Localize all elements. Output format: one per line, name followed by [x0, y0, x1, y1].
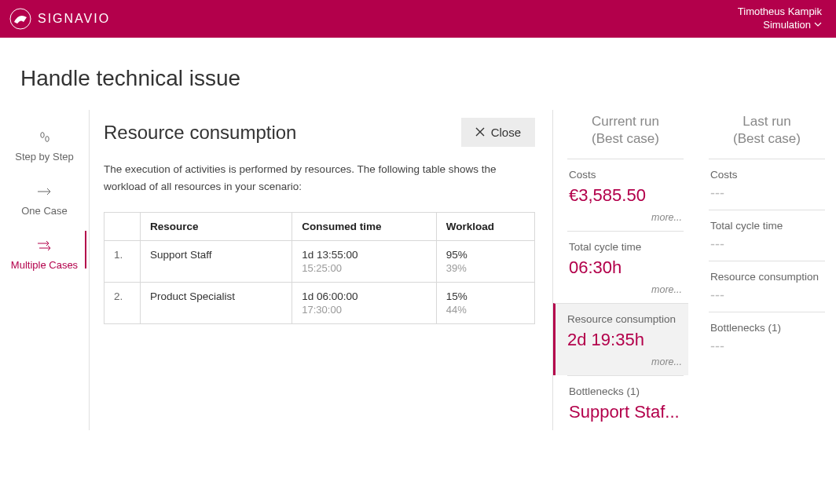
card-bottlenecks[interactable]: Bottlenecks (1) Support Staf...: [567, 375, 684, 430]
footsteps-icon: [3, 127, 86, 148]
tab-label: Step by Step: [3, 151, 86, 163]
more-link[interactable]: more...: [569, 284, 682, 295]
svg-point-2: [45, 137, 48, 142]
card-label: Resource consumption: [567, 313, 682, 325]
panel-title: Resource consumption: [104, 122, 296, 144]
card-label: Bottlenecks (1): [710, 322, 823, 334]
card-label: Bottlenecks (1): [569, 385, 682, 397]
cell-workload: 95% 39%: [436, 241, 534, 283]
app-header: SIGNAVIO Timotheus Kampik Simulation: [0, 0, 836, 38]
card-resource-consumption[interactable]: Resource consumption ---: [709, 261, 825, 312]
card-value: ---: [710, 338, 823, 355]
more-link[interactable]: more...: [567, 356, 682, 367]
svg-point-1: [40, 133, 43, 138]
card-value: ---: [710, 185, 823, 202]
more-link[interactable]: more...: [569, 212, 682, 223]
simulation-label: Simulation: [763, 19, 811, 32]
tab-step-by-step[interactable]: Step by Step: [0, 121, 89, 175]
card-value: €3,585.50: [569, 185, 682, 206]
sidebar-tabs: Step by Step One Case Multiple Cases: [0, 110, 90, 430]
card-label: Total cycle time: [569, 241, 682, 253]
card-cycle-time[interactable]: Total cycle time 06:30h more...: [567, 231, 684, 303]
brand-block: SIGNAVIO: [9, 8, 110, 30]
metrics-current-title: Current run (Best case): [567, 113, 684, 148]
card-value: 06:30h: [569, 257, 682, 278]
user-block: Timotheus Kampik Simulation: [738, 5, 822, 32]
cell-resource: Support Staff: [141, 241, 292, 283]
brand-name: SIGNAVIO: [38, 12, 110, 26]
card-costs[interactable]: Costs €3,585.50 more...: [567, 159, 684, 231]
cell-index: 2.: [104, 283, 141, 324]
cell-index: 1.: [104, 241, 141, 283]
metrics-columns: Current run (Best case) Costs €3,585.50 …: [553, 110, 836, 430]
brand-logo-icon: [9, 8, 31, 30]
tab-label: Multiple Cases: [3, 259, 86, 271]
card-value: ---: [710, 287, 823, 304]
col-consumed: Consumed time: [292, 213, 436, 241]
card-costs[interactable]: Costs ---: [709, 159, 825, 210]
col-workload: Workload: [436, 213, 534, 241]
card-value: ---: [710, 236, 823, 253]
cell-resource: Product Specialist: [141, 283, 292, 324]
arrow-right-icon: [3, 181, 86, 202]
tab-one-case[interactable]: One Case: [0, 175, 89, 229]
user-name: Timotheus Kampik: [738, 5, 822, 19]
tab-multiple-cases[interactable]: Multiple Cases: [0, 229, 89, 283]
card-label: Costs: [710, 169, 823, 181]
chevron-down-icon: [814, 19, 822, 32]
cell-consumed: 1d 06:00:00 17:30:00: [292, 283, 436, 324]
metrics-current: Current run (Best case) Costs €3,585.50 …: [553, 113, 695, 430]
simulation-menu[interactable]: Simulation: [763, 19, 822, 32]
close-button[interactable]: Close: [461, 118, 535, 147]
card-label: Resource consumption: [710, 271, 823, 283]
col-index: [104, 213, 141, 241]
close-label: Close: [491, 126, 521, 139]
main-panel: Resource consumption Close The execution…: [90, 110, 553, 430]
card-bottlenecks[interactable]: Bottlenecks (1) ---: [709, 312, 825, 363]
metrics-last-title: Last run (Best case): [709, 113, 825, 148]
close-icon: [475, 126, 485, 139]
col-resource: Resource: [141, 213, 292, 241]
metrics-last: Last run (Best case) Costs --- Total cyc…: [695, 113, 836, 430]
card-value: 2d 19:35h: [567, 330, 682, 350]
page-title: Handle technical issue: [0, 38, 836, 110]
panel-description: The execution of activities is performed…: [104, 161, 528, 195]
cell-consumed: 1d 13:55:00 15:25:00: [292, 241, 436, 283]
card-resource-consumption[interactable]: Resource consumption 2d 19:35h more...: [553, 303, 688, 375]
table-row: 2. Product Specialist 1d 06:00:00 17:30:…: [104, 283, 535, 324]
table-row: 1. Support Staff 1d 13:55:00 15:25:00 95…: [104, 241, 535, 283]
card-cycle-time[interactable]: Total cycle time ---: [709, 210, 825, 261]
active-tab-indicator: [85, 231, 86, 268]
card-label: Costs: [569, 169, 682, 181]
cell-workload: 15% 44%: [436, 283, 534, 324]
arrows-right-icon: [3, 236, 86, 256]
resource-table: Resource Consumed time Workload 1. Suppo…: [104, 212, 535, 324]
tab-label: One Case: [3, 205, 86, 217]
card-value: Support Staf...: [569, 402, 682, 422]
card-label: Total cycle time: [710, 220, 823, 232]
